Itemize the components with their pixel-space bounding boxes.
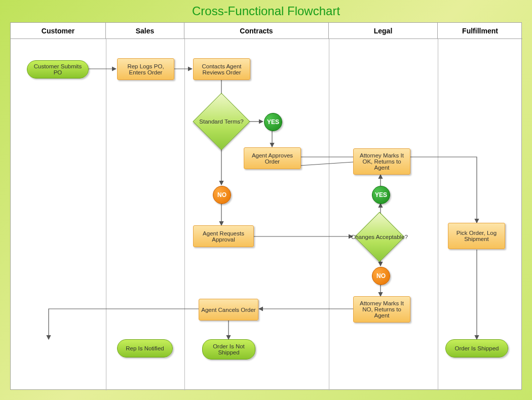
decision-label: Standard Terms? (193, 101, 250, 142)
lane-header-fulfillment: Fulfillment (438, 23, 522, 39)
process-agent-approves: Agent Approves Order (244, 147, 301, 169)
terminator-customer-submits: Customer Submits PO (27, 60, 89, 78)
process-attorney-no: Attorney Marks It NO, Returns to Agent (353, 296, 410, 323)
no-circle-2: NO (372, 267, 390, 285)
process-pick-order: Pick Order, Log Shipment (448, 223, 505, 249)
lane-header-contracts: Contracts (184, 23, 329, 39)
process-rep-logs: Rep Logs PO, Enters Order (117, 58, 174, 80)
process-agent-requests: Agent Requests Approval (193, 225, 254, 247)
terminator-rep-notified: Rep Is Notified (117, 339, 173, 357)
lane-header-customer: Customer (11, 23, 106, 39)
process-contacts-agent: Contacts Agent Reviews Order (193, 58, 250, 80)
yes-circle-2: YES (372, 186, 390, 204)
yes-circle: YES (264, 113, 282, 131)
flow-edges (11, 23, 522, 390)
chart-title: Cross-Functional Flowchart (0, 4, 532, 18)
lane-divider (438, 39, 438, 390)
lane-header-sales: Sales (106, 23, 184, 39)
lane-divider (184, 39, 185, 390)
lane-divider (106, 39, 106, 390)
decision-label: Changes Acceptable? (351, 219, 408, 255)
process-attorney-ok: Attorney Marks It OK, Returns to Agent (353, 148, 410, 175)
terminator-order-shipped: Order Is Shipped (445, 339, 508, 357)
decision-changes-acceptable: Changes Acceptable? (362, 219, 397, 255)
no-circle: NO (213, 186, 231, 204)
process-agent-cancels: Agent Cancels Order (199, 299, 258, 321)
lane-header-legal: Legal (329, 23, 438, 39)
terminator-not-shipped: Order Is Not Shipped (202, 339, 255, 359)
decision-standard-terms: Standard Terms? (201, 101, 242, 142)
lane-divider (329, 39, 329, 390)
swimlane-page: Customer Sales Contracts Legal Fulfillme… (10, 22, 522, 390)
